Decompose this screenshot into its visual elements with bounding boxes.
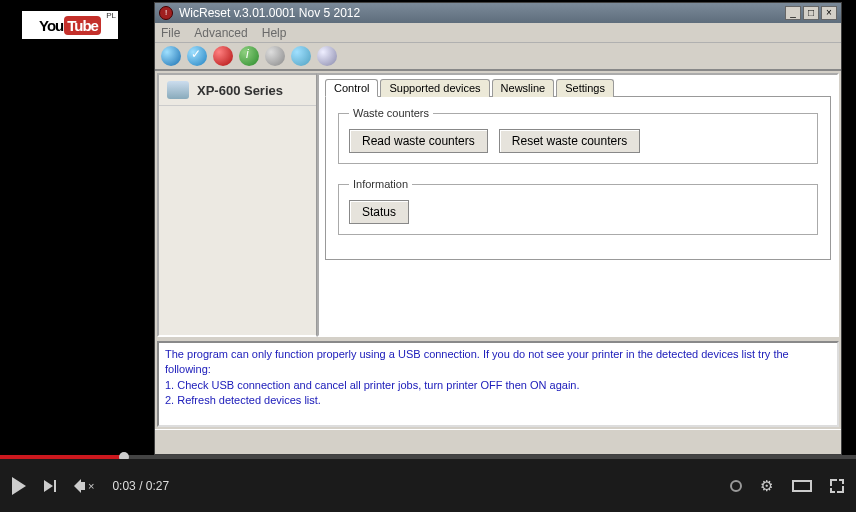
- window-title: WicReset v.3.01.0001 Nov 5 2012: [179, 6, 785, 20]
- menu-help[interactable]: Help: [262, 26, 287, 40]
- check-icon[interactable]: [187, 46, 207, 66]
- info-icon[interactable]: [239, 46, 259, 66]
- read-waste-button[interactable]: Read waste counters: [349, 129, 488, 153]
- youtube-logo-you: You: [39, 17, 63, 34]
- youtube-logo-tube: Tube: [64, 16, 101, 35]
- play-icon: [12, 477, 26, 495]
- group-information: Information Status: [338, 178, 818, 235]
- reset-icon[interactable]: [213, 46, 233, 66]
- main-panel: Control Supported devices Newsline Setti…: [317, 73, 839, 337]
- titlebar[interactable]: ! WicReset v.3.01.0001 Nov 5 2012 _ □ ×: [155, 3, 841, 23]
- fullscreen-icon[interactable]: [830, 479, 844, 493]
- tab-panel-control: Waste counters Read waste counters Reset…: [325, 96, 831, 260]
- volume-icon: [74, 479, 81, 493]
- status-button[interactable]: Status: [349, 200, 409, 224]
- app-icon: !: [159, 6, 173, 20]
- tab-settings[interactable]: Settings: [556, 79, 614, 97]
- menu-file[interactable]: File: [161, 26, 180, 40]
- mute-button[interactable]: ×: [74, 479, 94, 493]
- next-button[interactable]: [44, 480, 56, 492]
- group-waste-counters: Waste counters Read waste counters Reset…: [338, 107, 818, 164]
- monitor-icon[interactable]: [317, 46, 337, 66]
- log-line: 1. Check USB connection and cancel all p…: [165, 378, 831, 393]
- teal-icon[interactable]: [291, 46, 311, 66]
- tab-newsline[interactable]: Newsline: [492, 79, 555, 97]
- watch-later-icon[interactable]: [730, 480, 742, 492]
- menu-advanced[interactable]: Advanced: [194, 26, 247, 40]
- group-waste-label: Waste counters: [349, 107, 433, 119]
- tab-supported-devices[interactable]: Supported devices: [380, 79, 489, 97]
- log-panel[interactable]: The program can only function properly u…: [157, 341, 839, 427]
- log-line: The program can only function properly u…: [165, 347, 831, 378]
- refresh-icon[interactable]: [161, 46, 181, 66]
- device-name: XP-600 Series: [197, 83, 283, 98]
- maximize-button[interactable]: □: [803, 6, 819, 20]
- statusbar: [155, 429, 841, 449]
- printer-icon: [167, 81, 189, 99]
- muted-icon: ×: [88, 480, 94, 492]
- theater-mode-icon[interactable]: [792, 480, 812, 492]
- toolbar: [155, 43, 841, 71]
- reset-waste-button[interactable]: Reset waste counters: [499, 129, 640, 153]
- settings-icon[interactable]: ⚙: [760, 479, 774, 493]
- tab-strip: Control Supported devices Newsline Setti…: [325, 79, 831, 97]
- device-item[interactable]: XP-600 Series: [159, 75, 316, 106]
- minimize-button[interactable]: _: [785, 6, 801, 20]
- youtube-logo[interactable]: You Tube PL: [22, 11, 118, 39]
- app-window: ! WicReset v.3.01.0001 Nov 5 2012 _ □ × …: [154, 2, 842, 455]
- next-icon: [44, 480, 53, 492]
- youtube-region: PL: [106, 11, 116, 20]
- menubar: File Advanced Help: [155, 23, 841, 43]
- grey-icon[interactable]: [265, 46, 285, 66]
- player-controls: × 0:03 / 0:27 ⚙: [0, 459, 856, 512]
- tab-control[interactable]: Control: [325, 79, 378, 97]
- device-sidebar: XP-600 Series: [157, 73, 317, 337]
- play-button[interactable]: [12, 477, 26, 495]
- group-info-label: Information: [349, 178, 412, 190]
- log-line: 2. Refresh detected devices list.: [165, 393, 831, 408]
- time-display: 0:03 / 0:27: [112, 479, 169, 493]
- close-button[interactable]: ×: [821, 6, 837, 20]
